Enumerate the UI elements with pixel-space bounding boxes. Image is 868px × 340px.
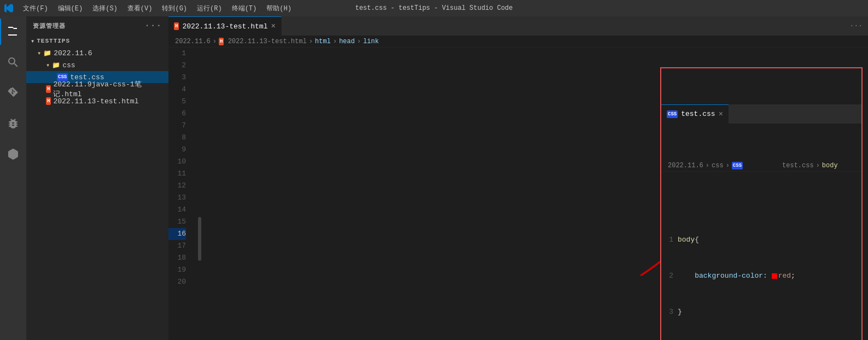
- editor-breadcrumb: 2022.11.6 › H 2022.11.13-test.html › htm…: [168, 36, 868, 48]
- minimap: [197, 96, 230, 144]
- css-code-block: 1 body{ 2 background-color: red; 3 }: [661, 208, 861, 340]
- menu-run[interactable]: 运行(R): [193, 3, 226, 14]
- debug-icon: [7, 117, 20, 130]
- titlebar: 文件(F) 编辑(E) 选择(S) 查看(V) 转到(G) 运行(R) 终端(T…: [0, 0, 868, 16]
- css-bc-part1: 2022.11.6: [668, 160, 703, 172]
- line-numbers: 12345 678910 11121314 1516 17181920: [168, 48, 190, 340]
- tree-label-testhtml: 2022.11.13-test.html: [53, 97, 138, 105]
- breadcrumb-head: head: [339, 38, 355, 45]
- scrollbar[interactable]: [197, 192, 202, 286]
- css-panel-tabs: CSS test.css ×: [661, 104, 861, 124]
- chevron-down-icon: ▾: [31, 37, 34, 45]
- css-tab-icon: CSS: [667, 110, 678, 118]
- code-content: CSS test.css × 2022.11.6 › css › CSS tes…: [190, 48, 868, 340]
- menu-file[interactable]: 文件(F): [19, 3, 53, 14]
- vscode-icon: [4, 4, 13, 13]
- css-breadcrumb: 2022.11.6 › css › CSS test.css › body: [661, 160, 861, 172]
- breadcrumb-html: html: [315, 38, 331, 45]
- sidebar-header: 资源管理器 ···: [26, 16, 168, 35]
- project-name: TESTTIPS: [37, 38, 70, 44]
- tree-label-java-css: 2022.11.9java-css-1笔记.html: [53, 79, 168, 99]
- menu-edit[interactable]: 编辑(E): [54, 3, 88, 14]
- breadcrumb-part1: 2022.11.6: [175, 38, 211, 45]
- sidebar-more[interactable]: ···: [144, 21, 162, 31]
- tab-label: 2022.11.13-test.html: [182, 22, 267, 31]
- activity-files[interactable]: [0, 19, 26, 45]
- html-file-icon2: H: [46, 97, 51, 105]
- scrollbar-thumb[interactable]: [198, 217, 201, 261]
- folder-icon: 📁: [43, 49, 51, 57]
- tab-html-icon: H: [174, 22, 179, 30]
- git-icon: [7, 86, 20, 99]
- menu-help[interactable]: 帮助(H): [262, 3, 296, 14]
- activity-bar: [0, 16, 26, 340]
- tree-root[interactable]: ▾ TESTTIPS: [26, 35, 168, 47]
- css-tab-close[interactable]: ×: [719, 108, 723, 120]
- code-editor[interactable]: 12345 678910 11121314 1516 17181920: [168, 48, 868, 340]
- css-line-2: 2 background-color: red;: [661, 270, 861, 282]
- css-bc-part3: test.css: [782, 160, 814, 172]
- sidebar: 资源管理器 ··· ▾ TESTTIPS ▾ 📁 2022.11.6 ▾ 📁 c…: [26, 16, 168, 340]
- tree-file-java-css[interactable]: H 2022.11.9java-css-1笔记.html: [26, 83, 168, 95]
- breadcrumb-html-icon: H: [219, 38, 224, 45]
- tree-folder-css[interactable]: ▾ 📁 css: [26, 59, 168, 71]
- search-icon: [7, 56, 20, 69]
- breadcrumb-part2: 2022.11.13-test.html: [228, 38, 307, 45]
- html-file-icon: H: [46, 85, 51, 93]
- activity-search[interactable]: [0, 49, 26, 75]
- breadcrumb-link: link: [363, 38, 379, 45]
- css-panel: CSS test.css × 2022.11.6 › css › CSS tes…: [660, 67, 863, 340]
- tab-testhtml[interactable]: H 2022.11.13-test.html ×: [168, 16, 282, 36]
- menu-terminal[interactable]: 终端(T): [228, 3, 261, 14]
- css-tab-active[interactable]: CSS test.css ×: [661, 104, 729, 124]
- sidebar-title: 资源管理器: [33, 22, 66, 30]
- css-bc-body: body: [822, 160, 838, 172]
- tab-close-button[interactable]: ×: [271, 22, 275, 31]
- activity-debug[interactable]: [0, 110, 26, 137]
- activity-git[interactable]: [0, 80, 26, 106]
- folder-icon: 📁: [52, 61, 60, 69]
- window-title: test.css - testTips - Visual Studio Code: [355, 4, 512, 12]
- css-line-1: 1 body{: [661, 234, 861, 246]
- css-bc-icon: CSS: [732, 162, 743, 169]
- menu-select[interactable]: 选择(S): [88, 3, 122, 14]
- css-bc-part2: css: [712, 160, 724, 172]
- menu-view[interactable]: 查看(V): [123, 3, 157, 14]
- css-tab-label: test.css: [681, 108, 715, 120]
- activity-extensions[interactable]: [0, 141, 26, 167]
- files-icon: [7, 25, 20, 38]
- editor-area: H 2022.11.13-test.html × ··· 2022.11.6 ›…: [168, 16, 868, 340]
- extensions-icon: [7, 148, 20, 161]
- menu-bar: 文件(F) 编辑(E) 选择(S) 查看(V) 转到(G) 运行(R) 终端(T…: [4, 3, 296, 14]
- editor-tabs: H 2022.11.13-test.html × ···: [168, 16, 868, 36]
- tree-label-css: css: [62, 61, 75, 69]
- menu-goto[interactable]: 转到(G): [158, 3, 191, 14]
- tree-folder-2022116[interactable]: ▾ 📁 2022.11.6: [26, 47, 168, 59]
- chevron-down-icon: ▾: [37, 49, 41, 57]
- chevron-down-icon: ▾: [46, 61, 50, 69]
- main-layout: 资源管理器 ··· ▾ TESTTIPS ▾ 📁 2022.11.6 ▾ 📁 c…: [0, 16, 868, 340]
- tree-label-2022116: 2022.11.6: [54, 49, 92, 57]
- css-line-3: 3 }: [661, 306, 861, 318]
- editor-more-button[interactable]: ···: [844, 16, 868, 36]
- file-tree: ▾ TESTTIPS ▾ 📁 2022.11.6 ▾ 📁 css CSS tes…: [26, 35, 168, 340]
